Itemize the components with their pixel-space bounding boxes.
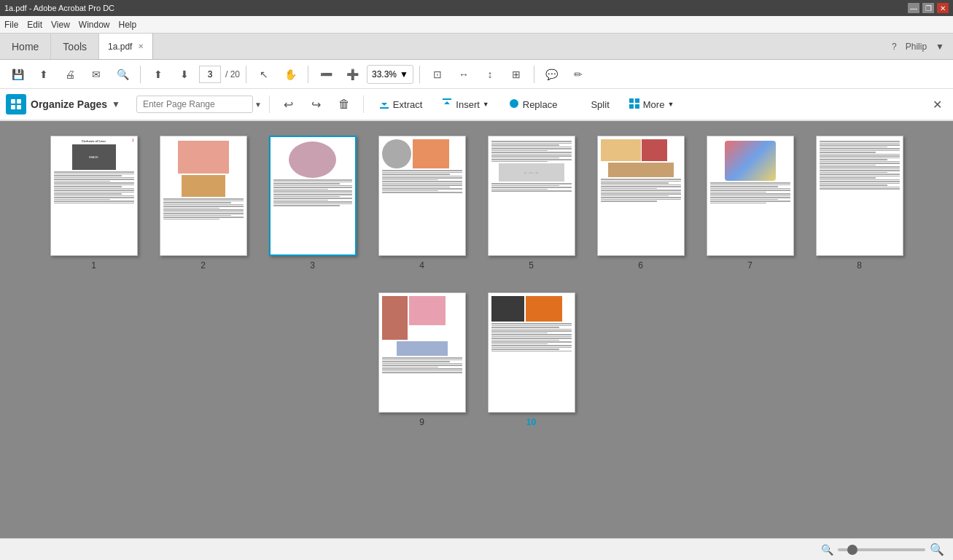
page-item-6[interactable]: 6: [597, 136, 685, 271]
more-dropdown-icon: ▼: [667, 101, 674, 108]
thumb-image-2a: [178, 141, 229, 174]
page-item-2[interactable]: 2: [160, 136, 247, 271]
more-button[interactable]: More ▼: [621, 94, 682, 115]
tab-tools[interactable]: Tools: [51, 34, 99, 59]
delete-button[interactable]: 🗑: [332, 93, 356, 116]
page-thumb-10[interactable]: [488, 292, 575, 413]
menu-help[interactable]: Help: [119, 20, 137, 30]
page-thumb-2[interactable]: [160, 136, 247, 256]
page-item-4[interactable]: 4: [378, 136, 466, 271]
split-button[interactable]: Split: [569, 94, 616, 115]
zoom-out-button[interactable]: ➖: [314, 63, 338, 86]
toolbar: 💾 ⬆ 🖨 ✉ 🔍 ⬆ ⬇ / 20 ↖ ✋ ➖ ➕ 33.3% ▼ ⊡ ↔ ↕…: [0, 60, 953, 89]
email-button[interactable]: ✉: [85, 63, 108, 86]
sign-button[interactable]: ✏: [567, 63, 590, 86]
fit-height-button[interactable]: ↕: [478, 63, 502, 86]
current-page-input[interactable]: [199, 66, 221, 83]
zoom-controls: 🔍 🔍: [821, 542, 944, 556]
zoom-in-status-icon[interactable]: 🔍: [930, 542, 944, 556]
marquee-zoom-button[interactable]: ⊞: [505, 63, 528, 86]
hand-tool-button[interactable]: ✋: [279, 63, 302, 86]
page-range-container: ▼: [136, 96, 262, 113]
menu-edit[interactable]: Edit: [27, 20, 42, 30]
close-button[interactable]: ✕: [937, 3, 949, 13]
content-area[interactable]: 1 Cirrhosis of Liver IMAGE: [0, 121, 953, 538]
svg-rect-2: [11, 105, 15, 109]
thumb-image-9a: [382, 296, 408, 340]
search-button[interactable]: 🔍: [111, 63, 134, 86]
tab-home-label: Home: [12, 41, 39, 52]
more-label: More: [643, 99, 665, 110]
page-thumb-8[interactable]: [816, 136, 903, 256]
fit-width-button[interactable]: ↔: [452, 63, 475, 86]
extract-button[interactable]: Extract: [371, 94, 429, 115]
comment-button[interactable]: 💬: [540, 63, 564, 86]
thumb-image-1: IMAGE: [72, 144, 116, 170]
undo-button[interactable]: ↩: [277, 93, 300, 116]
tab-bar: Home Tools 1a.pdf ✕ ? Philip ▼: [0, 34, 953, 60]
tab-right-area: ? Philip ▼: [883, 42, 953, 52]
zoom-level: 33.3%: [372, 69, 397, 79]
organize-separator-2: [363, 96, 364, 113]
thumb-image-10a: [491, 296, 524, 322]
thumb-image-6a: [601, 139, 641, 161]
organize-dropdown-icon[interactable]: ▼: [112, 99, 120, 109]
next-page-button[interactable]: ⬇: [173, 63, 196, 86]
maximize-button[interactable]: ❐: [922, 3, 934, 13]
tab-home[interactable]: Home: [0, 34, 51, 59]
page-item-10[interactable]: 10: [488, 292, 575, 427]
zoom-out-status-icon[interactable]: 🔍: [821, 544, 833, 556]
help-icon[interactable]: ?: [892, 42, 897, 52]
page-item-8[interactable]: 8: [816, 136, 903, 271]
replace-label: Replace: [523, 99, 558, 110]
page-thumb-5[interactable]: ▭ → ▭ → ▭: [488, 136, 575, 256]
fit-page-button[interactable]: ⊡: [426, 63, 449, 86]
toolbar-separator-5: [534, 66, 534, 83]
tab-close-button[interactable]: ✕: [138, 42, 144, 50]
page-item-9[interactable]: 9: [378, 292, 466, 427]
page-thumb-9[interactable]: [378, 292, 466, 413]
menu-file[interactable]: File: [4, 20, 18, 30]
organize-close-button[interactable]: ✕: [927, 94, 947, 114]
page-num-8: 8: [857, 260, 862, 271]
page-item-3[interactable]: 3: [269, 136, 357, 271]
page-thumb-7[interactable]: [707, 136, 794, 256]
insert-label: Insert: [456, 99, 480, 110]
page-thumb-6[interactable]: [597, 136, 685, 256]
page-thumb-1[interactable]: 1 Cirrhosis of Liver IMAGE: [50, 136, 138, 256]
thumb-image-2b: [182, 175, 225, 197]
save-button[interactable]: 💾: [6, 63, 29, 86]
zoom-dropdown[interactable]: 33.3% ▼: [367, 65, 413, 84]
page-item-5[interactable]: ▭ → ▭ → ▭ 5: [488, 136, 575, 271]
zoom-slider[interactable]: [838, 548, 925, 551]
user-dropdown-icon[interactable]: ▼: [936, 42, 944, 52]
thumb-diagram-5: ▭ → ▭ → ▭: [499, 163, 564, 182]
page-num-1: 1: [91, 260, 96, 271]
insert-button[interactable]: Insert ▼: [434, 94, 496, 115]
menu-view[interactable]: View: [51, 20, 70, 30]
page-range-dropdown-icon[interactable]: ▼: [254, 101, 262, 109]
title-bar-text: 1a.pdf - Adobe Acrobat Pro DC: [4, 4, 114, 12]
page-thumb-4[interactable]: [378, 136, 466, 256]
tab-doc[interactable]: 1a.pdf ✕: [99, 34, 153, 59]
thumb-image-9c: [397, 341, 448, 356]
upload-button[interactable]: ⬆: [32, 63, 55, 86]
select-tool-button[interactable]: ↖: [252, 63, 276, 86]
page-thumb-3[interactable]: [269, 136, 357, 256]
minimize-button[interactable]: —: [908, 3, 919, 13]
page-item-7[interactable]: 7: [707, 136, 794, 271]
toolbar-separator-1: [140, 66, 141, 83]
page-item-1[interactable]: 1 Cirrhosis of Liver IMAGE: [50, 136, 138, 271]
print-button[interactable]: 🖨: [58, 63, 82, 86]
pages-grid: 1 Cirrhosis of Liver IMAGE: [29, 136, 924, 427]
replace-button[interactable]: Replace: [501, 94, 565, 115]
svg-rect-7: [635, 104, 639, 109]
page-range-input[interactable]: [136, 96, 253, 113]
prev-page-button[interactable]: ⬆: [147, 63, 170, 86]
user-name[interactable]: Philip: [906, 42, 927, 52]
zoom-in-button[interactable]: ➕: [341, 63, 364, 86]
menu-window[interactable]: Window: [79, 20, 110, 30]
redo-button[interactable]: ↪: [305, 93, 328, 116]
status-bar: 🔍 🔍: [0, 538, 953, 560]
split-label: Split: [591, 99, 609, 110]
